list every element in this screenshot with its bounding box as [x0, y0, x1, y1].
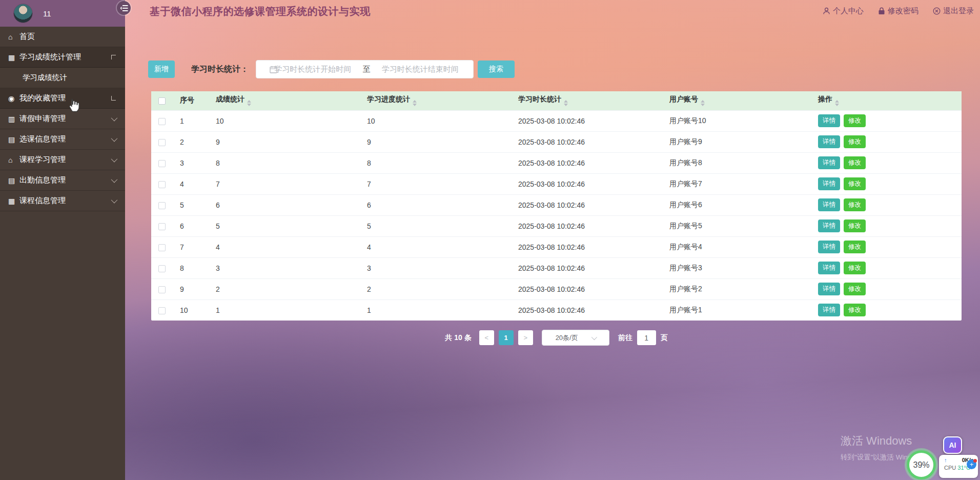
logout-link[interactable]: 退出登录: [933, 6, 974, 16]
detail-button[interactable]: 详情: [818, 219, 840, 232]
start-date-input[interactable]: 学习时长统计开始时间: [265, 65, 361, 74]
column-header[interactable]: 学习时长统计: [515, 91, 666, 110]
row-checkbox[interactable]: [158, 286, 166, 293]
page-size-select[interactable]: 20条/页: [542, 330, 609, 346]
sidebar-menu: ⌂首页▦学习成绩统计管理学习成绩统计◉我的收藏管理▥请假申请管理▤选课信息管理⌂…: [0, 27, 125, 211]
cell-actions: 详情修改: [815, 215, 962, 236]
lock-icon: [878, 7, 885, 15]
row-checkbox[interactable]: [158, 265, 166, 272]
sidebar-item[interactable]: ◉我的收藏管理: [0, 88, 125, 109]
detail-button[interactable]: 详情: [818, 135, 840, 148]
cell-actions: 详情修改: [815, 173, 962, 194]
cpu-usage-gauge[interactable]: 39%: [907, 450, 936, 479]
detail-button[interactable]: 详情: [818, 114, 840, 127]
row-checkbox[interactable]: [158, 202, 166, 209]
end-date-input[interactable]: 学习时长统计结束时间: [373, 65, 468, 74]
table-row: 2992025-03-08 10:02:46用户账号9详情修改: [151, 131, 962, 152]
cell-progress: 1: [364, 299, 515, 321]
row-checkbox[interactable]: [158, 139, 166, 146]
edit-button[interactable]: 修改: [844, 283, 866, 295]
sidebar-item[interactable]: ▦学习成绩统计管理: [0, 47, 125, 68]
add-button[interactable]: 新增: [148, 61, 175, 78]
page-1-button[interactable]: 1: [499, 330, 514, 345]
toolbar: 新增 学习时长统计： 学习时长统计开始时间 至 学习时长统计结束时间 搜索: [148, 60, 515, 78]
sort-caret-icon[interactable]: [413, 100, 417, 106]
row-checkbox[interactable]: [158, 118, 166, 125]
edit-button[interactable]: 修改: [844, 304, 866, 316]
edit-button[interactable]: 修改: [844, 114, 866, 127]
sidebar-item[interactable]: ⌂首页: [0, 27, 125, 47]
sort-caret-icon[interactable]: [247, 100, 251, 106]
column-header[interactable]: 成绩统计: [213, 91, 364, 110]
sort-caret-icon[interactable]: [835, 100, 839, 106]
detail-button[interactable]: 详情: [818, 177, 840, 190]
detail-button[interactable]: 详情: [818, 283, 840, 295]
row-checkbox[interactable]: [158, 244, 166, 251]
sidebar-subitem[interactable]: 学习成绩统计: [0, 68, 125, 88]
logout-label: 退出登录: [943, 6, 974, 16]
sidebar-collapse-button[interactable]: [117, 1, 131, 15]
column-header[interactable]: 用户账号: [666, 91, 815, 110]
detail-button[interactable]: 详情: [818, 262, 840, 274]
edit-button[interactable]: 修改: [844, 135, 866, 148]
table-row: 110102025-03-08 10:02:46用户账号10详情修改: [151, 110, 962, 131]
edit-button[interactable]: 修改: [844, 177, 866, 190]
edit-button[interactable]: 修改: [844, 156, 866, 169]
date-range-picker[interactable]: 学习时长统计开始时间 至 学习时长统计结束时间: [256, 60, 474, 78]
cell-account: 用户账号10: [666, 110, 815, 131]
goto-page-input[interactable]: 1: [637, 330, 656, 345]
cell-time: 2025-03-08 10:02:46: [515, 110, 666, 131]
row-checkbox[interactable]: [158, 181, 166, 188]
row-checkbox[interactable]: [158, 223, 166, 230]
edit-button[interactable]: 修改: [844, 219, 866, 232]
edit-button[interactable]: 修改: [844, 241, 866, 253]
edit-button[interactable]: 修改: [844, 262, 866, 274]
column-header-label: 成绩统计: [216, 95, 244, 103]
cell-time: 2025-03-08 10:02:46: [515, 194, 666, 215]
sidebar-item-label: 首页: [19, 32, 35, 42]
next-page-button[interactable]: >: [518, 330, 533, 345]
cell-score: 9: [213, 131, 364, 152]
chevron-down-icon: [111, 197, 118, 204]
sidebar-item-label: 学习成绩统计管理: [19, 52, 81, 62]
sidebar-item-label: 选课信息管理: [19, 134, 66, 144]
row-checkbox[interactable]: [158, 307, 166, 314]
table-row: 9222025-03-08 10:02:46用户账号2详情修改: [151, 278, 962, 299]
change-password-link[interactable]: 修改密码: [878, 6, 918, 16]
cell-progress: 5: [364, 215, 515, 236]
cell-index: 7: [177, 236, 213, 257]
cell-progress: 4: [364, 236, 515, 257]
cell-progress: 6: [364, 194, 515, 215]
sidebar-item[interactable]: ▦课程信息管理: [0, 191, 125, 211]
profile-link[interactable]: 个人中心: [823, 6, 864, 16]
panel2-icon: ▤: [8, 135, 19, 144]
sort-caret-icon[interactable]: [564, 100, 568, 106]
detail-button[interactable]: 详情: [818, 198, 840, 211]
sidebar-item[interactable]: ▤选课信息管理: [0, 129, 125, 150]
column-header[interactable]: 学习进度统计: [364, 91, 515, 110]
cell-time: 2025-03-08 10:02:46: [515, 236, 666, 257]
column-header[interactable]: 操作: [815, 91, 962, 110]
notification-plus-button[interactable]: +: [967, 459, 976, 469]
edit-button[interactable]: 修改: [844, 198, 866, 211]
sort-caret-icon[interactable]: [701, 100, 705, 106]
grid-icon: ▦: [8, 197, 19, 205]
prev-page-button[interactable]: <: [479, 330, 494, 345]
ai-assistant-button[interactable]: AI: [943, 436, 962, 454]
sidebar-item[interactable]: ⌂课程学习管理: [0, 150, 125, 170]
briefcase-icon: ⌂: [8, 156, 19, 164]
row-checkbox[interactable]: [158, 160, 166, 167]
sidebar-item[interactable]: ▤出勤信息管理: [0, 170, 125, 191]
select-all-checkbox[interactable]: [158, 97, 166, 105]
sidebar-item[interactable]: ▥请假申请管理: [0, 109, 125, 129]
cell-progress: 10: [364, 110, 515, 131]
sidebar-item-label: 课程学习管理: [19, 155, 66, 165]
page-unit-label: 页: [661, 333, 668, 343]
change-password-label: 修改密码: [888, 6, 918, 16]
detail-button[interactable]: 详情: [818, 304, 840, 316]
select-all-cell: [151, 91, 177, 110]
detail-button[interactable]: 详情: [818, 156, 840, 169]
search-button[interactable]: 搜索: [478, 61, 515, 78]
detail-button[interactable]: 详情: [818, 241, 840, 253]
cell-score: 2: [213, 278, 364, 299]
